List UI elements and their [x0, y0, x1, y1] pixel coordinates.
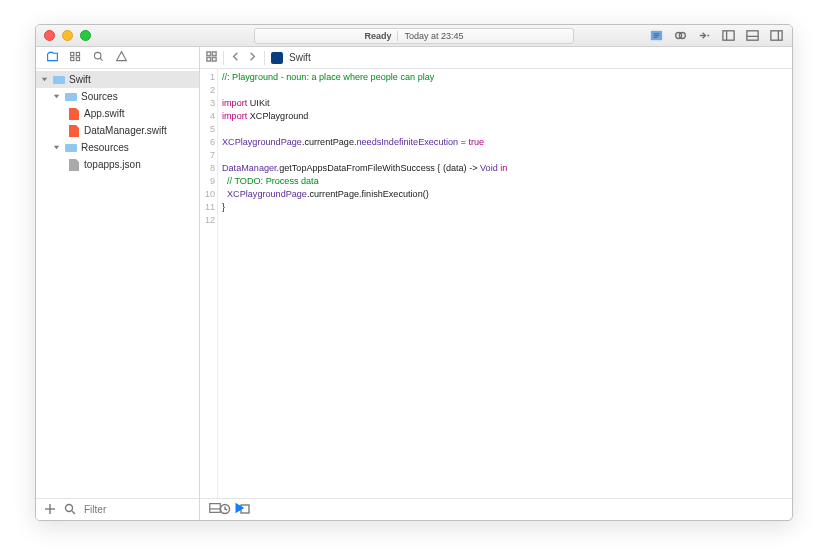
- navigator-panel: Swift Sources App.swift DataManager.swif…: [36, 47, 200, 520]
- toggle-navigator-icon[interactable]: [720, 28, 736, 44]
- code-token: needsIndefiniteExecution: [356, 137, 458, 147]
- svg-rect-31: [210, 503, 221, 512]
- tree-sources[interactable]: Sources: [36, 88, 199, 105]
- titlebar-right-controls: [648, 28, 784, 44]
- execute-playground-button[interactable]: [232, 501, 246, 519]
- svg-line-24: [72, 511, 75, 514]
- jump-bar-file-label[interactable]: Swift: [289, 52, 311, 63]
- status-separator: [397, 31, 398, 41]
- code-token: XCPlayground: [247, 111, 308, 121]
- chevron-down-icon[interactable]: [52, 143, 61, 152]
- debug-bar: [200, 498, 792, 520]
- tree-resources-label: Resources: [81, 142, 129, 153]
- tree-file-datamanager-swift[interactable]: DataManager.swift: [36, 122, 199, 139]
- tree-file-topapps-json[interactable]: topapps.json: [36, 156, 199, 173]
- line-gutter: 123456789101112: [200, 69, 218, 498]
- code-token: import: [222, 98, 247, 108]
- code-content[interactable]: //: Playground - noun: a place where peo…: [218, 69, 792, 498]
- chevron-down-icon[interactable]: [52, 92, 61, 101]
- code-token: in: [500, 163, 507, 173]
- svg-rect-27: [207, 52, 211, 56]
- code-line: }: [222, 202, 225, 212]
- filter-icon: [64, 503, 76, 517]
- swift-file-icon: [68, 124, 80, 138]
- playground-file-icon: [271, 52, 283, 64]
- symbol-navigator-icon[interactable]: [69, 49, 82, 67]
- add-button[interactable]: [44, 503, 56, 517]
- forward-button[interactable]: [247, 51, 258, 64]
- source-editor[interactable]: 123456789101112 //: Playground - noun: a…: [200, 69, 792, 498]
- svg-point-16: [94, 52, 101, 59]
- editor-area: Swift 123456789101112 //: Playground - n…: [200, 47, 792, 520]
- code-token: .currentPage.: [302, 137, 357, 147]
- folder-icon: [65, 90, 77, 104]
- minimize-button[interactable]: [62, 30, 73, 41]
- svg-rect-20: [65, 144, 77, 152]
- tree-resources[interactable]: Resources: [36, 139, 199, 156]
- activity-viewer[interactable]: Ready Today at 23:45: [254, 28, 574, 44]
- navigator-footer: [36, 498, 199, 520]
- chevron-down-icon[interactable]: [40, 75, 49, 84]
- code-token: .currentPage.finishExecution(): [307, 189, 429, 199]
- find-navigator-icon[interactable]: [92, 49, 105, 67]
- code-token: .getTopAppsDataFromFileWithSuccess { (da…: [277, 163, 480, 173]
- version-editor-icon[interactable]: [696, 28, 712, 44]
- folder-icon: [53, 73, 65, 87]
- filter-input[interactable]: [84, 504, 211, 515]
- svg-point-5: [679, 33, 685, 39]
- svg-rect-10: [770, 31, 781, 40]
- xcode-window: Ready Today at 23:45: [35, 24, 793, 521]
- code-token: true: [468, 137, 484, 147]
- tree-file-label: topapps.json: [84, 159, 141, 170]
- assistant-editor-icon[interactable]: [672, 28, 688, 44]
- close-button[interactable]: [44, 30, 55, 41]
- svg-point-23: [66, 504, 73, 511]
- svg-rect-6: [722, 31, 733, 40]
- svg-rect-18: [53, 76, 65, 84]
- svg-rect-8: [746, 31, 757, 40]
- code-token: XCPlaygroundPage: [222, 189, 307, 199]
- tree-root[interactable]: Swift: [36, 71, 199, 88]
- code-token: import: [222, 111, 247, 121]
- status-text: Ready: [364, 31, 391, 41]
- tree-root-label: Swift: [69, 74, 91, 85]
- tree-file-label: App.swift: [84, 108, 125, 119]
- related-items-icon[interactable]: [206, 51, 217, 64]
- project-navigator-icon[interactable]: [46, 49, 59, 67]
- svg-rect-12: [71, 52, 74, 55]
- code-line: //: Playground - noun: a place where peo…: [222, 72, 434, 82]
- svg-rect-13: [71, 57, 74, 60]
- jump-bar-sep: [264, 51, 265, 65]
- svg-rect-30: [212, 57, 216, 61]
- jump-bar-sep: [223, 51, 224, 65]
- toggle-debug-area-icon[interactable]: [208, 501, 222, 519]
- project-tree[interactable]: Swift Sources App.swift DataManager.swif…: [36, 69, 199, 498]
- toggle-utilities-icon[interactable]: [768, 28, 784, 44]
- code-token: =: [458, 137, 468, 147]
- tree-file-app-swift[interactable]: App.swift: [36, 105, 199, 122]
- folder-icon: [65, 141, 77, 155]
- tree-sources-label: Sources: [81, 91, 118, 102]
- back-button[interactable]: [230, 51, 241, 64]
- zoom-button[interactable]: [80, 30, 91, 41]
- svg-rect-15: [76, 57, 79, 60]
- code-token: DataManager: [222, 163, 277, 173]
- svg-rect-29: [207, 57, 211, 61]
- code-token: XCPlaygroundPage: [222, 137, 302, 147]
- swift-file-icon: [68, 107, 80, 121]
- status-time: Today at 23:45: [404, 31, 463, 41]
- svg-rect-14: [76, 52, 79, 55]
- toggle-debug-icon[interactable]: [744, 28, 760, 44]
- navigator-selector: [36, 47, 199, 69]
- code-token: Void: [480, 163, 498, 173]
- code-token: UIKit: [247, 98, 269, 108]
- code-line: // TODO: Process data: [222, 176, 319, 186]
- standard-editor-icon[interactable]: [648, 28, 664, 44]
- issue-navigator-icon[interactable]: [115, 49, 128, 67]
- traffic-lights: [44, 30, 91, 41]
- jump-bar: Swift: [200, 47, 792, 69]
- svg-line-17: [100, 58, 102, 60]
- svg-rect-19: [65, 93, 77, 101]
- titlebar[interactable]: Ready Today at 23:45: [36, 25, 792, 47]
- json-file-icon: [68, 158, 80, 172]
